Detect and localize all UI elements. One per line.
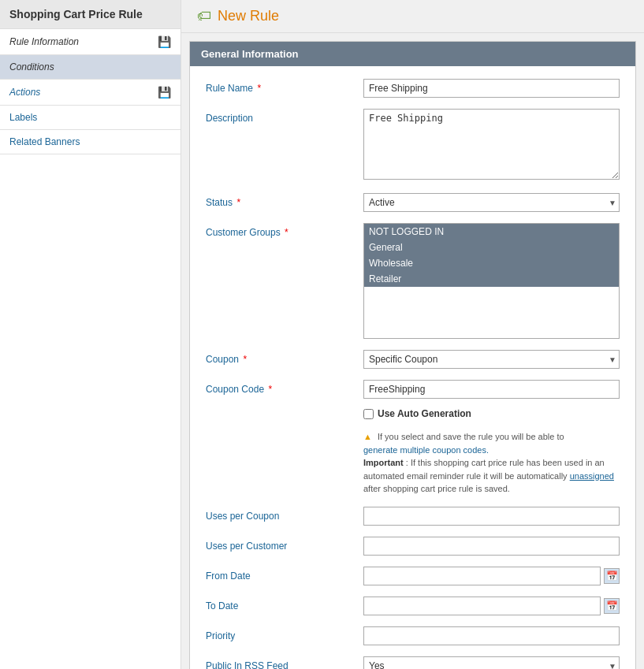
coupon-required: * xyxy=(243,354,247,365)
customer-groups-listbox-inner: NOT LOGGED IN General Wholesale Retailer xyxy=(364,224,619,338)
rule-name-input[interactable] xyxy=(363,79,620,98)
coupon-code-required: * xyxy=(268,384,272,395)
uses-per-coupon-row: Uses per Coupon xyxy=(206,507,620,526)
section-header: General Information xyxy=(190,42,635,66)
uses-per-customer-row: Uses per Customer xyxy=(206,537,620,556)
customer-groups-listbox[interactable]: NOT LOGGED IN General Wholesale Retailer xyxy=(363,223,620,339)
uses-per-customer-label: Uses per Customer xyxy=(206,537,363,552)
uses-per-coupon-input[interactable] xyxy=(363,507,620,526)
status-label: Status * xyxy=(206,193,363,208)
priority-field xyxy=(363,626,620,645)
from-date-input[interactable] xyxy=(363,567,601,585)
to-date-row: To Date 📅 xyxy=(206,597,620,615)
public-rss-row: Public In RSS Feed Yes No ▼ xyxy=(206,656,620,670)
rule-name-label: Rule Name * xyxy=(206,79,363,94)
auto-generation-label[interactable]: Use Auto Generation xyxy=(378,408,471,419)
sidebar: Shopping Cart Price Rule Rule Informatio… xyxy=(0,0,181,669)
priority-row: Priority xyxy=(206,626,620,645)
auto-gen-row: Use Auto Generation xyxy=(363,408,620,419)
form-body: Rule Name * Description Free Shipping xyxy=(190,66,635,669)
status-field: Active Inactive ▼ xyxy=(363,193,620,212)
info-unassigned: unassigned xyxy=(570,471,614,481)
coupon-code-label: Coupon Code * xyxy=(206,380,363,395)
from-date-row-inner: 📅 xyxy=(363,567,620,585)
info-line2: generate multiple coupon codes. xyxy=(363,445,489,455)
description-label: Description xyxy=(206,109,363,124)
sidebar-title: Shopping Cart Price Rule xyxy=(0,0,181,29)
list-item[interactable]: Retailer xyxy=(364,271,619,287)
from-date-row: From Date 📅 xyxy=(206,567,620,585)
status-select[interactable]: Active Inactive xyxy=(363,193,620,212)
new-rule-icon: 🏷 xyxy=(197,8,211,24)
sidebar-item-actions[interactable]: Actions 💾 xyxy=(0,80,181,106)
main-content: 🏷 New Rule General Information Rule Name… xyxy=(181,0,644,669)
coupon-label: Coupon * xyxy=(206,350,363,365)
public-rss-field: Yes No ▼ xyxy=(363,656,620,670)
customer-groups-row: Customer Groups * NOT LOGGED IN General … xyxy=(206,223,620,339)
coupon-select[interactable]: No Coupon Specific Coupon Auto Generated xyxy=(363,350,620,369)
sidebar-item-label: Labels xyxy=(9,112,37,123)
to-date-input[interactable] xyxy=(363,597,601,615)
info-icon: ▲ xyxy=(363,432,372,441)
sidebar-item-label: Conditions xyxy=(9,61,54,72)
to-date-row-inner: 📅 xyxy=(363,597,620,615)
from-date-label: From Date xyxy=(206,567,363,582)
sidebar-item-label: Rule Information xyxy=(9,36,79,47)
customer-groups-label: Customer Groups * xyxy=(206,223,363,238)
status-row: Status * Active Inactive ▼ xyxy=(206,193,620,212)
description-field: Free Shipping xyxy=(363,109,620,182)
public-rss-select[interactable]: Yes No xyxy=(363,656,620,670)
coupon-code-input[interactable] xyxy=(363,380,620,399)
coupon-code-field: Use Auto Generation ▲ If you select and … xyxy=(363,380,620,496)
info-line4: after shopping cart price rule is saved. xyxy=(363,484,510,493)
list-item[interactable]: General xyxy=(364,240,619,255)
to-date-label: To Date xyxy=(206,597,363,611)
coupon-row: Coupon * No Coupon Specific Coupon Auto … xyxy=(206,350,620,369)
coupon-field: No Coupon Specific Coupon Auto Generated… xyxy=(363,350,620,369)
sidebar-item-conditions[interactable]: Conditions xyxy=(0,55,181,80)
to-date-calendar-icon[interactable]: 📅 xyxy=(604,598,620,614)
info-box: ▲ If you select and save the rule you wi… xyxy=(363,430,620,496)
sidebar-item-related-banners[interactable]: Related Banners xyxy=(0,130,181,154)
list-item[interactable]: Wholesale xyxy=(364,255,619,271)
list-item[interactable]: NOT LOGGED IN xyxy=(364,224,619,240)
page-title: New Rule xyxy=(218,8,279,24)
from-date-calendar-icon[interactable]: 📅 xyxy=(604,568,620,584)
rule-name-row: Rule Name * xyxy=(206,79,620,98)
page-header: 🏷 New Rule xyxy=(181,0,644,33)
uses-per-customer-field xyxy=(363,537,620,556)
auto-generation-checkbox[interactable] xyxy=(363,409,374,419)
sidebar-item-label: Related Banners xyxy=(9,136,80,147)
sidebar-item-rule-information[interactable]: Rule Information 💾 xyxy=(0,29,181,55)
customer-groups-required: * xyxy=(285,227,288,238)
description-row: Description Free Shipping xyxy=(206,109,620,182)
from-date-field: 📅 xyxy=(363,567,620,585)
content-area: General Information Rule Name * Descript… xyxy=(189,41,636,669)
rule-name-field xyxy=(363,79,620,98)
status-select-wrapper: Active Inactive ▼ xyxy=(363,193,620,212)
save-icon-rule-information: 💾 xyxy=(158,35,171,48)
priority-label: Priority xyxy=(206,626,363,641)
info-line1: If you select and save the rule you will… xyxy=(378,432,564,441)
uses-per-coupon-label: Uses per Coupon xyxy=(206,507,363,522)
to-date-field: 📅 xyxy=(363,597,620,615)
uses-per-customer-input[interactable] xyxy=(363,537,620,556)
coupon-select-wrapper: No Coupon Specific Coupon Auto Generated… xyxy=(363,350,620,369)
sidebar-item-labels[interactable]: Labels xyxy=(0,106,181,130)
public-rss-label: Public In RSS Feed xyxy=(206,656,363,670)
uses-per-coupon-field xyxy=(363,507,620,526)
rule-name-required: * xyxy=(257,83,261,94)
description-textarea[interactable]: Free Shipping xyxy=(363,109,620,180)
status-required: * xyxy=(236,197,240,208)
priority-input[interactable] xyxy=(363,626,620,645)
public-rss-select-wrapper: Yes No ▼ xyxy=(363,656,620,670)
save-icon-actions: 💾 xyxy=(158,86,171,98)
coupon-code-row: Coupon Code * Use Auto Generation ▲ If y… xyxy=(206,380,620,496)
customer-groups-field: NOT LOGGED IN General Wholesale Retailer xyxy=(363,223,620,339)
info-important: Important xyxy=(363,458,404,467)
sidebar-item-label: Actions xyxy=(9,87,40,98)
